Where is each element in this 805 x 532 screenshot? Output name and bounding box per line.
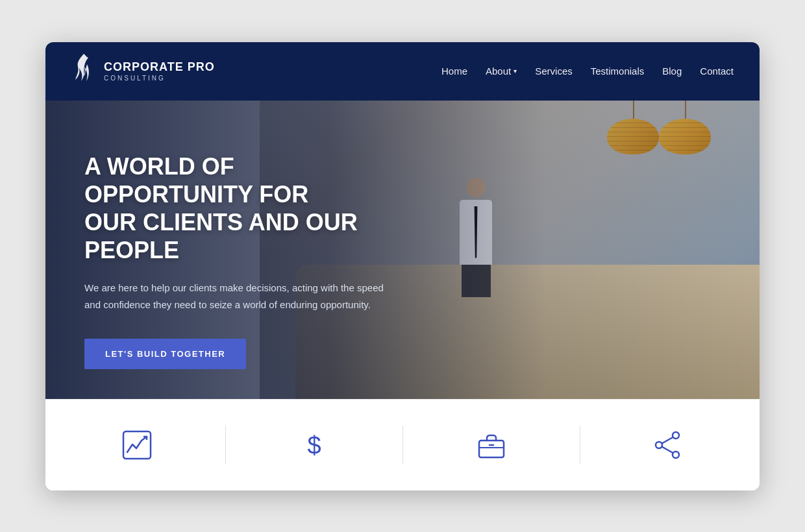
nav-link-about[interactable]: About ▾ bbox=[486, 66, 517, 77]
svg-rect-2 bbox=[479, 441, 504, 457]
share-icon bbox=[652, 429, 685, 461]
logo-consulting: CONSULTING bbox=[104, 75, 215, 82]
divider-3 bbox=[580, 426, 580, 465]
browser-window: CORPORATE PRO CONSULTING Home About ▾ Se… bbox=[45, 42, 760, 490]
hero-subtitle: We are here to help our clients make dec… bbox=[84, 280, 396, 313]
hero-title: A WORLD OF OPPORTUNITY FOR OUR CLIENTS A… bbox=[84, 152, 396, 265]
nav-item-home[interactable]: Home bbox=[441, 66, 467, 77]
divider-2 bbox=[402, 426, 403, 465]
nav-item-testimonials[interactable]: Testimonials bbox=[591, 66, 645, 77]
hero-content: A WORLD OF OPPORTUNITY FOR OUR CLIENTS A… bbox=[45, 101, 435, 399]
divider-1 bbox=[225, 426, 226, 465]
dollar-sign-icon: $ bbox=[298, 429, 330, 461]
feature-item-business bbox=[475, 429, 508, 461]
nav-item-services[interactable]: Services bbox=[535, 66, 573, 77]
feature-item-growth bbox=[121, 429, 153, 461]
growth-chart-icon bbox=[121, 429, 153, 461]
logo-text: CORPORATE PRO CONSULTING bbox=[104, 60, 215, 82]
logo-brand-name: CORPORATE PRO bbox=[104, 60, 215, 75]
nav-link-services[interactable]: Services bbox=[535, 66, 573, 77]
svg-point-6 bbox=[656, 442, 662, 448]
svg-line-9 bbox=[662, 446, 673, 453]
feature-item-network bbox=[652, 429, 685, 461]
nav-item-blog[interactable]: Blog bbox=[662, 66, 682, 77]
cta-button[interactable]: LET'S BUILD TOGETHER bbox=[84, 339, 246, 369]
svg-rect-0 bbox=[123, 431, 151, 459]
svg-text:$: $ bbox=[307, 431, 321, 459]
logo-area[interactable]: CORPORATE PRO CONSULTING bbox=[71, 53, 215, 90]
nav-links: Home About ▾ Services Testimonials Blog … bbox=[441, 66, 734, 77]
nav-link-blog[interactable]: Blog bbox=[662, 66, 682, 77]
svg-line-8 bbox=[662, 437, 673, 444]
nav-link-contact[interactable]: Contact bbox=[700, 66, 734, 77]
hero-section: A WORLD OF OPPORTUNITY FOR OUR CLIENTS A… bbox=[45, 101, 760, 399]
chevron-down-icon: ▾ bbox=[514, 67, 517, 75]
nav-link-home[interactable]: Home bbox=[441, 66, 467, 77]
nav-item-about[interactable]: About ▾ bbox=[486, 66, 517, 77]
logo-icon bbox=[71, 53, 96, 90]
briefcase-icon bbox=[475, 429, 508, 461]
feature-item-finance: $ bbox=[298, 429, 330, 461]
nav-link-testimonials[interactable]: Testimonials bbox=[591, 66, 645, 77]
features-section: $ bbox=[45, 399, 760, 490]
navbar: CORPORATE PRO CONSULTING Home About ▾ Se… bbox=[45, 42, 760, 101]
nav-item-contact[interactable]: Contact bbox=[700, 66, 734, 77]
